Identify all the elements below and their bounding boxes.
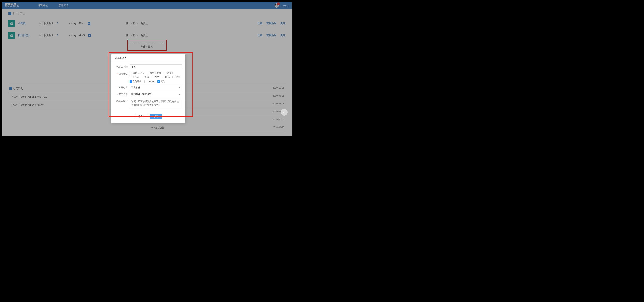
chevron-up-icon (283, 111, 286, 114)
highlight-box-modal (108, 52, 193, 117)
scroll-top-button[interactable] (281, 109, 288, 116)
